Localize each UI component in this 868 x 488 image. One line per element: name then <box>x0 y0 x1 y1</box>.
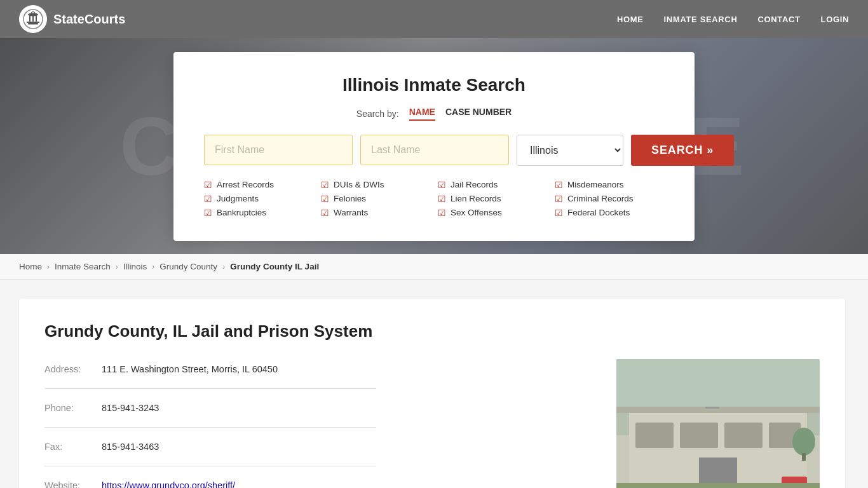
checkbox-item: ☑Bankruptcies <box>204 208 313 218</box>
checkbox-item: ☑DUIs & DWIs <box>321 180 430 190</box>
info-value: 815-941-3243 <box>102 398 376 418</box>
checkbox-label: Misdemeanors <box>567 180 624 189</box>
chevron-icon-4: › <box>222 262 225 271</box>
checkbox-icon: ☑ <box>438 194 446 204</box>
building-image <box>616 359 820 488</box>
svg-rect-21 <box>802 453 806 461</box>
checkbox-item: ☑Felonies <box>321 194 430 204</box>
nav-home[interactable]: HOME <box>617 15 644 24</box>
checkbox-label: Felonies <box>334 194 366 203</box>
checkbox-icon: ☑ <box>204 194 212 204</box>
info-label: Website: <box>44 475 102 488</box>
svg-rect-3 <box>29 15 31 22</box>
checkbox-label: Warrants <box>334 208 368 217</box>
breadcrumb-current: Grundy County IL Jail <box>230 262 319 271</box>
checkbox-icon: ☑ <box>321 208 329 218</box>
tab-case-number[interactable]: CASE NUMBER <box>445 107 512 121</box>
info-value: 815-941-3463 <box>102 437 376 457</box>
checkbox-item: ☑Warrants <box>321 208 430 218</box>
logo-link[interactable]: StateCourts <box>19 5 125 33</box>
checkbox-item: ☑Federal Dockets <box>555 208 664 218</box>
checkbox-label: Arrest Records <box>217 180 274 189</box>
navigation: StateCourts HOME INMATE SEARCH CONTACT L… <box>0 0 868 38</box>
checkbox-label: Sex Offenses <box>451 208 502 217</box>
tab-name[interactable]: NAME <box>409 107 435 121</box>
chevron-icon-3: › <box>152 262 154 271</box>
checkbox-label: Federal Dockets <box>567 208 630 217</box>
nav-login[interactable]: LOGIN <box>821 15 849 24</box>
content-title: Grundy County, IL Jail and Prison System <box>44 322 820 341</box>
info-label: Phone: <box>44 398 102 418</box>
checkboxes-grid: ☑Arrest Records☑DUIs & DWIs☑Jail Records… <box>204 180 664 218</box>
checkbox-label: Criminal Records <box>567 194 634 203</box>
search-by-row: Search by: NAME CASE NUMBER <box>204 107 664 121</box>
checkbox-item: ☑Judgments <box>204 194 313 204</box>
svg-rect-11 <box>635 423 674 448</box>
chevron-icon-1: › <box>47 262 50 271</box>
svg-rect-2 <box>27 22 39 23</box>
checkbox-label: DUIs & DWIs <box>334 180 384 189</box>
breadcrumb-illinois[interactable]: Illinois <box>123 262 147 271</box>
checkbox-icon: ☑ <box>555 180 563 190</box>
nav-contact[interactable]: CONTACT <box>757 15 800 24</box>
breadcrumb: Home › Inmate Search › Illinois › Grundy… <box>0 254 868 280</box>
content-card: Grundy County, IL Jail and Prison System… <box>19 299 845 488</box>
svg-rect-13 <box>724 423 763 448</box>
hero-section: COURTHOUSE Illinois Inmate Search Search… <box>0 38 868 254</box>
checkbox-icon: ☑ <box>555 194 563 204</box>
search-button[interactable]: SEARCH » <box>631 135 734 166</box>
checkbox-icon: ☑ <box>321 180 329 190</box>
chevron-icon-2: › <box>116 262 118 271</box>
checkbox-icon: ☑ <box>204 208 212 218</box>
table-row: Fax:815-941-3463 <box>44 437 376 457</box>
svg-rect-19 <box>616 359 820 407</box>
info-label: Address: <box>44 359 102 379</box>
breadcrumb-home[interactable]: Home <box>19 262 42 271</box>
checkbox-label: Jail Records <box>451 180 498 189</box>
svg-rect-12 <box>680 423 718 448</box>
table-row: Website:https://www.grundyco.org/sheriff… <box>44 475 376 488</box>
checkbox-label: Lien Records <box>451 194 501 203</box>
svg-point-20 <box>792 428 815 456</box>
svg-rect-23 <box>616 483 820 488</box>
search-inputs-row: AlabamaAlaskaArizonaArkansasCaliforniaCo… <box>204 135 664 166</box>
info-value: 111 E. Washington Street, Morris, IL 604… <box>102 359 376 379</box>
table-row: Phone:815-941-3243 <box>44 398 376 418</box>
first-name-input[interactable] <box>204 135 353 165</box>
checkbox-item: ☑Misdemeanors <box>555 180 664 190</box>
search-card: Illinois Inmate Search Search by: NAME C… <box>173 52 695 241</box>
checkbox-item: ☑Lien Records <box>438 194 547 204</box>
search-by-label: Search by: <box>356 109 399 119</box>
checkbox-icon: ☑ <box>555 208 563 218</box>
checkbox-icon: ☑ <box>438 180 446 190</box>
checkbox-item: ☑Arrest Records <box>204 180 313 190</box>
checkbox-icon: ☑ <box>321 194 329 204</box>
table-divider <box>44 457 376 475</box>
content-layout: Address:111 E. Washington Street, Morris… <box>44 359 820 488</box>
svg-rect-5 <box>36 15 37 22</box>
content-left: Address:111 E. Washington Street, Morris… <box>44 359 597 488</box>
table-divider <box>44 379 376 398</box>
checkbox-item: ☑Criminal Records <box>555 194 664 204</box>
breadcrumb-inmate-search[interactable]: Inmate Search <box>55 262 111 271</box>
last-name-input[interactable] <box>360 135 509 165</box>
info-label: Fax: <box>44 437 102 457</box>
checkbox-item: ☑Sex Offenses <box>438 208 547 218</box>
checkbox-item: ☑Jail Records <box>438 180 547 190</box>
table-row: Address:111 E. Washington Street, Morris… <box>44 359 376 379</box>
table-divider <box>44 418 376 437</box>
state-select[interactable]: AlabamaAlaskaArizonaArkansasCaliforniaCo… <box>517 135 623 166</box>
checkbox-label: Judgments <box>217 194 259 203</box>
search-title: Illinois Inmate Search <box>204 75 664 95</box>
svg-rect-1 <box>28 23 38 25</box>
info-link[interactable]: https://www.grundyco.org/sheriff/ <box>102 480 235 488</box>
info-table: Address:111 E. Washington Street, Morris… <box>44 359 376 488</box>
main-content: Grundy County, IL Jail and Prison System… <box>0 280 868 488</box>
info-value[interactable]: https://www.grundyco.org/sheriff/ <box>102 475 376 488</box>
logo-icon <box>19 5 47 33</box>
nav-inmate-search[interactable]: INMATE SEARCH <box>664 15 738 24</box>
breadcrumb-grundy-county[interactable]: Grundy County <box>159 262 217 271</box>
checkbox-icon: ☑ <box>204 180 212 190</box>
nav-links: HOME INMATE SEARCH CONTACT LOGIN <box>617 15 849 24</box>
logo-text: StateCourts <box>53 12 125 27</box>
